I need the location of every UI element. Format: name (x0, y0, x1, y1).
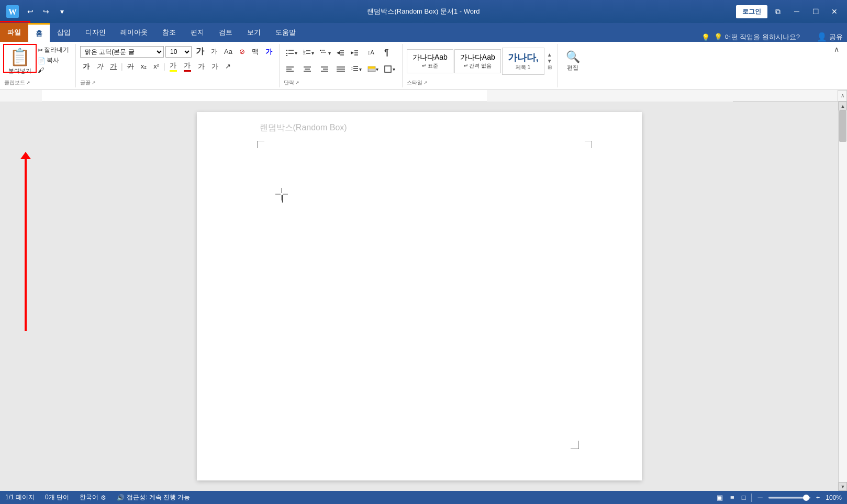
document-title-watermark: 랜덤박스(Random Box) (260, 122, 347, 133)
line-spacing-button[interactable]: ↕ ▾ (348, 61, 364, 77)
scroll-up-button[interactable]: ▲ (839, 102, 847, 110)
font-shrink-button[interactable]: 가 (208, 46, 220, 57)
copy-label: 복사 (47, 56, 59, 65)
italic-button[interactable]: 가 (94, 61, 106, 72)
editing-content: 🔍 편집 (562, 45, 584, 77)
increase-indent-button[interactable] (348, 45, 364, 61)
cursor-caret: ▏ (282, 195, 287, 203)
tab-review[interactable]: 검토 (211, 23, 240, 42)
shading-dropdown: ▾ (376, 66, 378, 72)
paste-label: 붙여넣기 (8, 67, 31, 75)
numbered-list-button[interactable]: 1.2. ▾ (300, 45, 317, 61)
document-scroll-area[interactable]: 랜덤박스(Random Box) ▏ (0, 102, 838, 491)
show-marks-button[interactable]: ¶ (382, 45, 398, 61)
tab-home[interactable]: 홈 (28, 23, 50, 42)
read-view-button[interactable]: ≡ (729, 493, 736, 502)
tab-design[interactable]: 디자인 (78, 23, 113, 42)
change-case-button[interactable]: Aa (221, 47, 235, 57)
format-painter-button[interactable]: 🖌 (36, 66, 71, 74)
svg-text:W: W (8, 7, 17, 16)
tab-insert[interactable]: 삽입 (50, 23, 78, 42)
zoom-in-button[interactable]: + (815, 493, 822, 502)
bullet-list-button[interactable]: ▾ (284, 45, 300, 61)
border-dropdown: ▾ (393, 66, 395, 72)
close-button[interactable]: ✕ (826, 3, 843, 20)
center-align-button[interactable] (300, 61, 317, 77)
edit-cursor-line[interactable] (260, 189, 574, 191)
styles-expand-icon[interactable]: ↗ (424, 80, 428, 85)
superscript-button[interactable]: x² (151, 61, 162, 71)
word-count-indicator: 0개 단어 (45, 493, 69, 502)
tab-view[interactable]: 보기 (240, 23, 268, 42)
paste-icon: 📋 (9, 47, 30, 67)
left-align-button[interactable] (284, 61, 300, 77)
strikethrough-button[interactable]: 가 (125, 61, 137, 72)
styles-gallery: 가나다Aab ↵ 표준 가나다Aab ↵ 간격 없음 가나다, 제목 1 ▲ ▼… (407, 45, 553, 77)
subscript-button[interactable]: x₂ (138, 61, 150, 71)
svg-text:2.: 2. (303, 52, 306, 55)
shading-button[interactable]: ▾ (365, 61, 381, 77)
styles-scroll-down[interactable]: ▼ (547, 58, 553, 64)
tab-layout[interactable]: 레이아웃 (113, 23, 155, 42)
tab-file[interactable]: 파일 (0, 23, 28, 42)
restore-button[interactable]: ⧉ (770, 3, 786, 20)
minimize-button[interactable]: ─ (788, 3, 805, 20)
accessibility-label: 접근성: 계속 진행 가능 (127, 493, 190, 502)
redo-button[interactable]: ↪ (39, 4, 53, 19)
quick-access-more[interactable]: ▾ (54, 4, 69, 19)
sort-button[interactable]: ↕A (365, 45, 381, 61)
vertical-scrollbar: ▲ ▼ (838, 102, 847, 491)
paragraph-expand-icon[interactable]: ↗ (295, 80, 299, 85)
format-painter-icon: 🖌 (38, 66, 44, 74)
right-align-button[interactable] (317, 61, 333, 77)
copy-button[interactable]: 📄 복사 (36, 55, 71, 65)
zoom-out-button[interactable]: ─ (756, 493, 764, 502)
styles-expand[interactable]: ⊞ (547, 64, 553, 71)
text-highlight-button[interactable]: 가 (167, 60, 180, 73)
decrease-indent-button[interactable] (334, 45, 348, 61)
char-shading-button[interactable]: 가 (195, 61, 207, 72)
bold-button[interactable]: 가 (80, 61, 92, 72)
scroll-down-button[interactable]: ▼ (839, 482, 847, 491)
style-heading1[interactable]: 가나다, 제목 1 (502, 48, 544, 75)
format-char-button[interactable]: 가 (263, 46, 275, 58)
border-button[interactable]: ▾ (382, 61, 398, 77)
paste-button[interactable]: 📋 붙여넣기 (4, 45, 36, 77)
style-no-spacing[interactable]: 가나다Aab ↵ 간격 없음 (454, 49, 501, 73)
font-group: 맑은 고딕(본문 글 10 가 가 Aa ⊘ 맥 가 가 가 가 | 가 x₂ … (76, 44, 280, 87)
word-count-label: 0개 단어 (45, 493, 69, 502)
undo-button[interactable]: ↩ (23, 4, 38, 19)
clear-format-button[interactable]: ⊘ (237, 47, 248, 57)
char-border-button[interactable]: 가 (209, 61, 221, 72)
styles-group: 가나다Aab ↵ 표준 가나다Aab ↵ 간격 없음 가나다, 제목 1 ▲ ▼… (403, 44, 558, 87)
web-view-button[interactable]: □ (740, 493, 748, 502)
style-normal[interactable]: 가나다Aab ↵ 표준 (407, 49, 453, 73)
tab-help[interactable]: 도움말 (268, 23, 303, 42)
justify-button[interactable] (334, 61, 348, 77)
styles-scroll-up[interactable]: ▲ (547, 52, 553, 58)
ribbon-collapse-button[interactable]: ∧ (831, 44, 842, 54)
font-expand-icon[interactable]: ↗ (92, 80, 96, 85)
zoom-thumb[interactable] (803, 495, 809, 501)
font-grow-button[interactable]: 가 (193, 45, 207, 58)
text-effect-button[interactable]: 맥 (249, 46, 261, 58)
print-layout-view-button[interactable]: ▣ (715, 493, 725, 502)
maximize-button[interactable]: ☐ (807, 3, 824, 20)
scroll-thumb[interactable] (839, 110, 846, 142)
tab-mailings[interactable]: 편지 (183, 23, 211, 42)
ruler-collapse-button[interactable]: ∧ (838, 90, 847, 102)
find-replace-button[interactable]: 🔍 편집 (562, 48, 584, 74)
format-mark-button[interactable]: ↗ (222, 61, 233, 71)
font-row2: 가 가 가 | 가 x₂ x² | 가 가 가 가 ↗ (80, 60, 233, 73)
font-family-select[interactable]: 맑은 고딕(본문 글 (80, 46, 164, 58)
cut-button[interactable]: ✂ 잘라내기 (36, 45, 71, 55)
clipboard-expand-icon[interactable]: ↗ (26, 80, 30, 85)
multilevel-list-button[interactable]: ▾ (317, 45, 333, 61)
scroll-track[interactable] (839, 110, 847, 482)
zoom-slider[interactable] (768, 497, 810, 499)
tab-references[interactable]: 참조 (155, 23, 183, 42)
underline-button[interactable]: 가 (107, 61, 119, 72)
login-button[interactable]: 로그인 (736, 5, 767, 18)
font-size-select[interactable]: 10 (165, 46, 192, 58)
font-color-button[interactable]: 가 (181, 60, 194, 73)
